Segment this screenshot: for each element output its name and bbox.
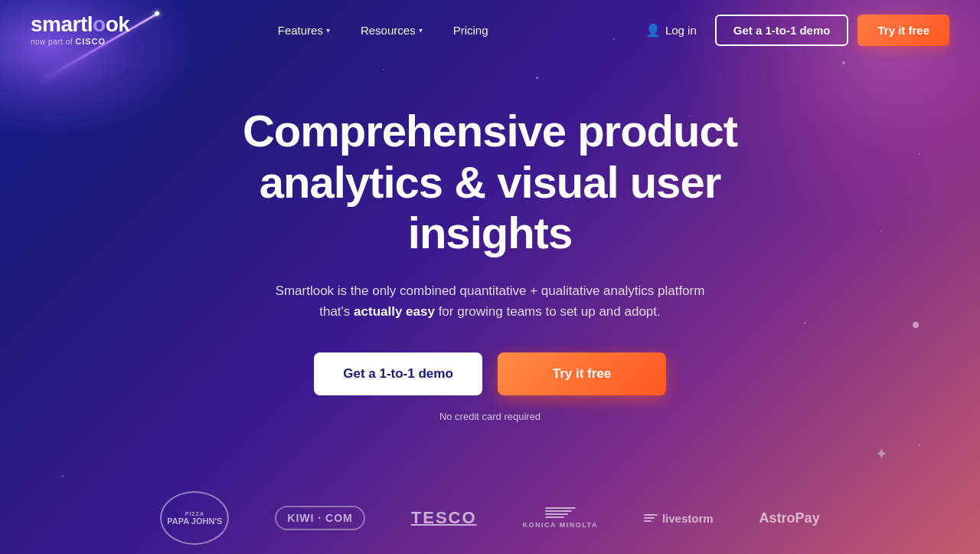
logo-tesco: TESCO [411, 508, 477, 528]
chevron-down-icon: ▾ [419, 26, 423, 34]
no-credit-text: No credit card required [439, 411, 541, 422]
logo-papa-johns: PIZZA PAPA JOHN'S [160, 491, 229, 545]
demo-button-nav[interactable]: Get a 1-to-1 demo [715, 15, 849, 46]
logo-livestorm: livestorm [644, 512, 714, 525]
logos-section: PIZZA PAPA JOHN'S KIWI · COM TESCO KONIC… [0, 468, 980, 554]
logo-astropay: AstroPay [760, 510, 820, 526]
demo-button-hero[interactable]: Get a 1-to-1 demo [314, 352, 482, 395]
hero-section: Comprehensive product analytics & visual… [0, 60, 980, 453]
logo-kiwi: KIWI · COM [275, 506, 364, 530]
nav-features[interactable]: Features ▾ [266, 18, 342, 43]
nav-actions: 👤 Log in Get a 1-to-1 demo Try it free [636, 15, 949, 46]
logo[interactable]: smartlook now part of CISCO [31, 14, 129, 46]
logo-text: smartlook [31, 14, 129, 35]
user-icon: 👤 [645, 23, 661, 38]
navbar: smartlook now part of CISCO Features ▾ R… [0, 0, 980, 60]
nav-pricing[interactable]: Pricing [441, 18, 501, 43]
try-free-button-hero[interactable]: Try it free [498, 352, 666, 395]
try-free-button-nav[interactable]: Try it free [858, 15, 949, 46]
logo-subtitle: now part of CISCO [31, 37, 106, 46]
hero-subtitle: Smartlook is the only combined quantitat… [260, 280, 720, 322]
hero-title: Comprehensive product analytics & visual… [191, 106, 789, 259]
page-wrapper: smartlook now part of CISCO Features ▾ R… [0, 0, 980, 554]
logo-konica-minolta: KONICA MINOLTA [523, 507, 598, 529]
chevron-down-icon: ▾ [326, 26, 330, 34]
nav-resources[interactable]: Resources ▾ [348, 18, 435, 43]
hero-buttons: Get a 1-to-1 demo Try it free [314, 352, 666, 395]
login-button[interactable]: 👤 Log in [636, 17, 706, 44]
nav-links: Features ▾ Resources ▾ Pricing [266, 18, 501, 43]
